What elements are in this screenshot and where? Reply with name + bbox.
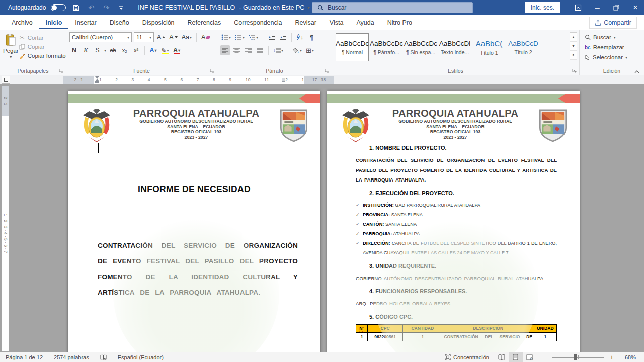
zoom-track[interactable] (552, 357, 604, 358)
cpc-table[interactable]: Nº CPC CANTIDAD DESCRIPCIÓN UNIDAD 1 962… (356, 324, 557, 341)
tab-vista[interactable]: Vista (323, 16, 350, 29)
highlight-button[interactable]: ✎▾ (160, 45, 170, 55)
italic-button[interactable]: K (81, 45, 91, 55)
right-indent-marker[interactable] (282, 78, 285, 82)
find-button[interactable]: Buscar ▾ (585, 32, 641, 42)
font-name-select[interactable]: Calibri (Cuerpo) ▾ (69, 32, 132, 42)
ecuador-coat-of-arms[interactable] (338, 106, 373, 146)
language-indicator[interactable]: Español (Ecuador) (112, 354, 169, 360)
indent-markers[interactable] (95, 76, 99, 83)
restore-icon[interactable] (608, 0, 625, 15)
bullet-list-button[interactable]: ▾ (220, 32, 232, 42)
shrink-font-button[interactable]: A (168, 32, 178, 42)
proofing-status-icon[interactable] (95, 354, 112, 360)
parish-shield-logo[interactable] (278, 106, 309, 144)
cell-numero[interactable]: 1 (356, 332, 368, 341)
text-effects-button[interactable]: A▾ (148, 45, 158, 55)
focus-mode-button[interactable]: Concentración (439, 354, 495, 360)
align-left-button[interactable] (220, 45, 230, 55)
document-heading[interactable]: INFORME DE NECESIDAD (68, 184, 320, 195)
zoom-out-icon[interactable]: − (541, 353, 548, 361)
align-center-button[interactable] (232, 45, 242, 55)
zoom-thumb[interactable] (574, 354, 577, 360)
section-paragraph-4[interactable]: ARQ. PEDRO HOLGER ORRALA REYES. (356, 299, 557, 309)
font-size-select[interactable]: 11 ▾ (134, 32, 154, 42)
sign-in-button[interactable]: Inic. ses. (525, 2, 560, 13)
document-title[interactable]: INF NEC FESTIVAL DEL PASILLO - Guardado … (108, 0, 340, 15)
tab-insertar[interactable]: Insertar (68, 16, 103, 29)
list-item[interactable]: ✓DIRECCIÓN: CANCHA DE FÚTBOL DEL CÉSPED … (356, 239, 557, 258)
tab-inicio[interactable]: Inicio (39, 16, 69, 29)
ecuador-coat-of-arms[interactable] (79, 106, 114, 146)
clear-formatting-button[interactable]: A (200, 32, 211, 42)
tab-correspondencia[interactable]: Correspondencia (227, 16, 288, 29)
document-page-1[interactable]: PARROQUIA ATAHUALPA GOBIERNO AUTÓNOMO DE… (68, 90, 320, 352)
tab-stop-selector[interactable] (2, 76, 10, 84)
align-right-button[interactable] (244, 45, 253, 55)
multilevel-list-button[interactable]: ▾ (248, 32, 259, 42)
subscript-button[interactable]: x₂ (120, 45, 129, 55)
style-parrafo[interactable]: AaBbCcDc ¶ Párrafo... (370, 33, 403, 61)
save-icon[interactable] (71, 3, 81, 13)
grow-font-button[interactable]: A (156, 32, 166, 42)
replace-button[interactable]: bc Reemplazar (585, 42, 641, 52)
list-item[interactable]: ✓PROVINCIA: SANTA ELENA (356, 210, 557, 220)
autosave-toggle[interactable] (51, 4, 66, 11)
section-heading-3[interactable]: 3. UNIDAD REQUIRENTE. (356, 263, 557, 269)
decrease-indent-button[interactable] (267, 32, 276, 42)
cut-button[interactable]: ✂ Cortar (19, 34, 66, 41)
tab-diseno[interactable]: Diseño (103, 16, 136, 29)
superscript-button[interactable]: x² (131, 45, 141, 55)
cell-unidad[interactable]: 1 (534, 332, 556, 341)
zoom-in-icon[interactable]: + (608, 353, 615, 361)
underline-button[interactable]: S (93, 45, 102, 55)
style-normal[interactable]: AaBbCcDc ¶ Normal (336, 33, 369, 61)
format-painter-button[interactable]: Copiar formato (19, 52, 66, 59)
chevron-down-icon[interactable]: ▾ (104, 48, 106, 53)
paste-button[interactable]: Pegar ▾ (3, 32, 19, 67)
show-marks-button[interactable]: ¶ (307, 32, 316, 42)
dialog-launcher-icon[interactable] (325, 68, 330, 73)
page-indicator[interactable]: Página 1 de 12 (0, 354, 48, 360)
tab-disposicion[interactable]: Disposición (136, 16, 181, 29)
style-texto-independiente[interactable]: AaBbCcDi Texto inde... (438, 33, 471, 61)
collapse-ribbon-icon[interactable] (634, 70, 640, 74)
strikethrough-button[interactable]: ab (108, 45, 118, 55)
tab-nitro-pro[interactable]: Nitro Pro (381, 16, 419, 29)
section-paragraph-1[interactable]: CONTRATACIÓN DEL SERVICIO DE ORGANIZACIO… (356, 155, 557, 185)
section-heading-5[interactable]: 5. CÓDIGO CPC. (356, 314, 557, 320)
web-layout-icon[interactable] (523, 352, 537, 362)
word-count[interactable]: 2574 palabras (48, 354, 95, 360)
numbered-list-button[interactable]: ▾ (234, 32, 246, 42)
justify-button[interactable] (255, 45, 265, 55)
style-titulo-1[interactable]: AaBbC( Título 1 (472, 33, 506, 61)
select-button[interactable]: Seleccionar ▾ (585, 52, 641, 62)
document-paragraph[interactable]: CONTRATACIÓN DEL SERVICIO DE ORGANIZACIÓ… (98, 238, 298, 300)
copy-button[interactable]: Copiar (19, 43, 66, 50)
undo-icon[interactable]: ↶ (86, 3, 96, 13)
print-layout-icon[interactable] (509, 352, 523, 362)
list-item[interactable]: ✓PARROQUIA: ATAHUALPA (356, 229, 557, 239)
minimize-icon[interactable]: ─ (589, 0, 606, 15)
section-heading-1[interactable]: 1. NOMBRE DEL PROYECTO. (356, 145, 557, 151)
dialog-launcher-icon[interactable] (210, 68, 215, 73)
styles-scroll-down-icon[interactable]: ▼ (570, 42, 577, 51)
search-input[interactable]: Buscar (312, 2, 473, 13)
cell-cantidad[interactable]: 1 (403, 332, 442, 341)
list-item[interactable]: ✓CANTÓN: SANTA ELENA (356, 220, 557, 229)
styles-scroll-up-icon[interactable]: ▲ (570, 33, 577, 42)
tab-ayuda[interactable]: Ayuda (350, 16, 380, 29)
shading-button[interactable]: ▾ (292, 45, 303, 55)
increase-indent-button[interactable] (278, 32, 288, 42)
style-sin-espaciado[interactable]: AaBbCcDc ¶ Sin espa... (404, 33, 437, 61)
bold-button[interactable]: N (69, 45, 79, 55)
cell-descripcion[interactable]: CONTRATACIÓN DEL SERVICIO DE (442, 332, 534, 341)
parish-shield-logo[interactable] (537, 106, 569, 144)
zoom-level[interactable]: 68% (619, 354, 644, 360)
share-button[interactable]: Compartir (589, 17, 637, 29)
close-icon[interactable]: × (627, 0, 644, 15)
dialog-launcher-icon[interactable] (572, 68, 577, 73)
change-case-button[interactable]: Aa▾ (181, 32, 193, 42)
cell-cpc[interactable]: 962200561 (368, 332, 403, 341)
style-titulo-2[interactable]: AaBbCcD Título 2 (507, 33, 540, 61)
